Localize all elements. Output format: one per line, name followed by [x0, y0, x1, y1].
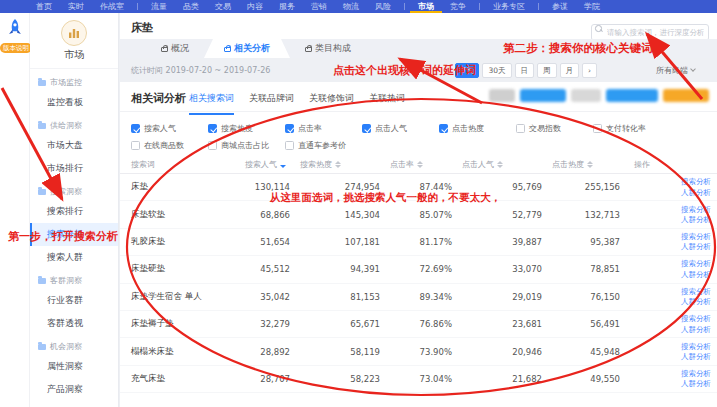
sort-up-icon	[417, 161, 423, 164]
subtab-1[interactable]: 关联品牌词	[249, 92, 294, 115]
keyword-cell: 乳胶床垫	[120, 236, 235, 248]
nav-item-8[interactable]: 服务	[271, 0, 303, 13]
sidebar-item-10[interactable]: 行业客群	[30, 289, 118, 312]
search-icon	[595, 25, 603, 33]
sidebar-item-8[interactable]: 搜索人群	[30, 246, 118, 269]
filter-checkbox-在线商品数[interactable]: 在线商品数	[131, 140, 208, 151]
value-cell: 45,948	[542, 347, 620, 357]
checkbox-icon	[439, 124, 448, 133]
subtab-3[interactable]: 关联热词	[369, 92, 405, 115]
checkbox-label: 支付转化率	[606, 123, 646, 134]
sidebar-item-7[interactable]: 搜索分析	[30, 223, 118, 246]
sidebar-item-11[interactable]: 客群透视	[30, 312, 118, 335]
value-cell: 56,491	[542, 319, 620, 329]
filter-checkbox-搜索热度[interactable]: 搜索热度	[208, 123, 285, 134]
action-link-crowd-analysis[interactable]: 人群分析	[681, 297, 711, 307]
value-cell: 132,713	[542, 210, 620, 220]
column-label: 点击率	[390, 160, 414, 169]
action-link-search-analysis[interactable]: 搜索分析	[681, 287, 711, 297]
blurred-pill-1[interactable]	[520, 89, 566, 102]
nav-item-4[interactable]: 流量	[143, 0, 175, 13]
terminal-dropdown[interactable]: 所有终端	[656, 65, 695, 76]
action-link-crowd-analysis[interactable]: 人群分析	[681, 352, 711, 362]
blurred-pill-2[interactable]	[571, 89, 601, 102]
blurred-pill-3[interactable]	[606, 89, 658, 102]
sidebar-item-1[interactable]: 监控看板	[30, 91, 118, 114]
value-cell: 68,866	[235, 210, 290, 220]
nav-item-18[interactable]: 参谋	[544, 0, 576, 13]
sidebar-section-label: 搜索洞察	[50, 186, 82, 197]
sidebar-item-6[interactable]: 搜索排行	[30, 200, 118, 223]
action-link-crowd-analysis[interactable]: 人群分析	[681, 379, 711, 389]
action-link-crowd-analysis[interactable]: 人群分析	[681, 325, 711, 335]
table-header-cell-3[interactable]: 点击率	[380, 159, 452, 170]
value-cell: 20,946	[452, 347, 542, 357]
checkbox-label: 搜索热度	[221, 123, 253, 134]
nav-item-16[interactable]: 业务专区	[485, 0, 533, 13]
checkbox-label: 点击率	[298, 123, 322, 134]
subtab-0[interactable]: 相关搜索词	[189, 92, 234, 115]
nav-item-19[interactable]: 学院	[576, 0, 608, 13]
action-link-crowd-analysis[interactable]: 人群分析	[681, 215, 711, 225]
blurred-pill-0[interactable]	[489, 89, 515, 102]
nav-item-11[interactable]: 风险	[367, 0, 399, 13]
nav-item-5[interactable]: 品类	[175, 0, 207, 13]
sidebar-item-13[interactable]: 属性洞察	[30, 355, 118, 378]
sidebar-menu: 市场监控监控看板供给洞察市场大盘市场排行搜索洞察搜索排行搜索分析搜索人群客群洞察…	[30, 69, 118, 401]
range-button-2[interactable]: 日	[515, 63, 535, 78]
table-header-cell-1[interactable]: 搜索人气	[235, 159, 290, 170]
sidebar-item-3[interactable]: 市场大盘	[30, 134, 118, 157]
nav-item-9[interactable]: 营销	[303, 0, 335, 13]
nav-item-2[interactable]: 作战室	[92, 0, 132, 13]
metric-filters: 搜索人气搜索热度点击率点击人气点击热度交易指数支付转化率 在线商品数商城点击占比…	[131, 120, 717, 154]
range-button-4[interactable]: 月	[560, 63, 580, 78]
nav-item-14[interactable]: 竞争	[442, 0, 474, 13]
filter-checkbox-商城点击占比[interactable]: 商城点击占比	[208, 140, 285, 151]
range-button-0[interactable]: 7天	[455, 63, 479, 78]
action-link-search-analysis[interactable]: 搜索分析	[681, 259, 711, 269]
action-link-search-analysis[interactable]: 搜索分析	[681, 369, 711, 379]
rocket-logo-icon[interactable]	[5, 18, 25, 38]
action-link-crowd-analysis[interactable]: 人群分析	[681, 242, 711, 252]
nav-item-6[interactable]: 交易	[207, 0, 239, 13]
action-link-search-analysis[interactable]: 搜索分析	[681, 177, 711, 187]
range-button-5[interactable]: ›	[582, 63, 597, 78]
sidebar-item-14[interactable]: 产品洞察	[30, 378, 118, 401]
action-link-search-analysis[interactable]: 搜索分析	[681, 314, 711, 324]
filter-checkbox-搜索人气[interactable]: 搜索人气	[131, 123, 208, 134]
filter-checkbox-支付转化率[interactable]: 支付转化率	[593, 123, 670, 134]
subtab-2[interactable]: 关联修饰词	[309, 92, 354, 115]
value-cell: 87.44%	[380, 182, 452, 192]
filter-checkbox-点击热度[interactable]: 点击热度	[439, 123, 516, 134]
version-badge[interactable]: 版本说明	[0, 43, 32, 53]
table-row-6: 榻榻米床垫28,89258,11973.90%20,94645,948搜索分析人…	[120, 338, 717, 365]
nav-item-0[interactable]: 首页	[28, 0, 60, 13]
nav-item-1[interactable]: 实时	[60, 0, 92, 13]
nav-item-7[interactable]: 内容	[239, 0, 271, 13]
filter-checkbox-直通车参考价[interactable]: 直通车参考价	[285, 140, 362, 151]
action-link-crowd-analysis[interactable]: 人群分析	[681, 270, 711, 280]
action-link-search-analysis[interactable]: 搜索分析	[681, 232, 711, 242]
action-link-search-analysis[interactable]: 搜索分析	[681, 342, 711, 352]
table-header-cell-2[interactable]: 搜索热度	[290, 159, 380, 170]
range-button-3[interactable]: 周	[537, 63, 557, 78]
tab-category-composition[interactable]: 类目构成	[290, 39, 366, 58]
tab-related-analysis[interactable]: 相关分析	[204, 39, 290, 58]
action-link-search-analysis[interactable]: 搜索分析	[681, 205, 711, 215]
table-header-cell-5[interactable]: 点击热度	[542, 159, 620, 170]
terminal-label: 所有终端	[656, 66, 688, 75]
sidebar-item-4[interactable]: 市场排行	[30, 157, 118, 180]
nav-item-10[interactable]: 物流	[335, 0, 367, 13]
checkbox-icon	[131, 124, 140, 133]
action-link-crowd-analysis[interactable]: 人群分析	[681, 188, 711, 198]
blurred-pill-4[interactable]	[663, 89, 709, 102]
filter-checkbox-交易指数[interactable]: 交易指数	[516, 123, 593, 134]
nav-item-13[interactable]: 市场	[410, 0, 442, 13]
tab-overview[interactable]: 概况	[146, 39, 204, 58]
filter-checkbox-点击人气[interactable]: 点击人气	[362, 123, 439, 134]
value-cell: 21,682	[452, 374, 542, 384]
range-button-1[interactable]: 30天	[482, 63, 511, 78]
table-header-cell-4[interactable]: 点击人气	[452, 159, 542, 170]
table-row-0: 床垫130,114274,95487.44%95,769255,156搜索分析人…	[120, 174, 717, 201]
filter-checkbox-点击率[interactable]: 点击率	[285, 123, 362, 134]
